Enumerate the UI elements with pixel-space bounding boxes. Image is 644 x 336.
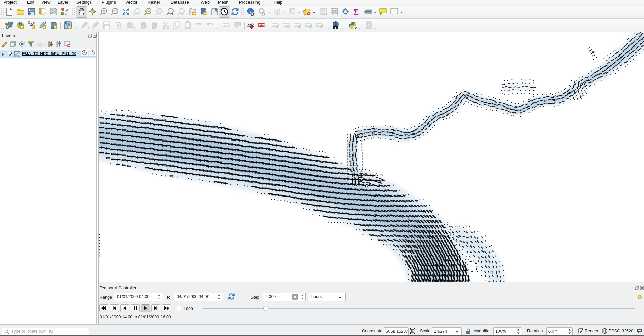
svg-text:?: ? — [91, 51, 94, 55]
svg-text:abc: abc — [224, 24, 229, 27]
svg-text:1:1: 1:1 — [158, 10, 161, 12]
svg-text:i: i — [250, 9, 251, 14]
svg-text:T: T — [393, 9, 396, 14]
svg-text:a: a — [65, 12, 68, 16]
svg-text:?: ? — [368, 23, 370, 28]
svg-text:ε: ε — [36, 41, 38, 47]
svg-text:abc: abc — [259, 24, 265, 27]
svg-text:Σ: Σ — [353, 8, 359, 16]
